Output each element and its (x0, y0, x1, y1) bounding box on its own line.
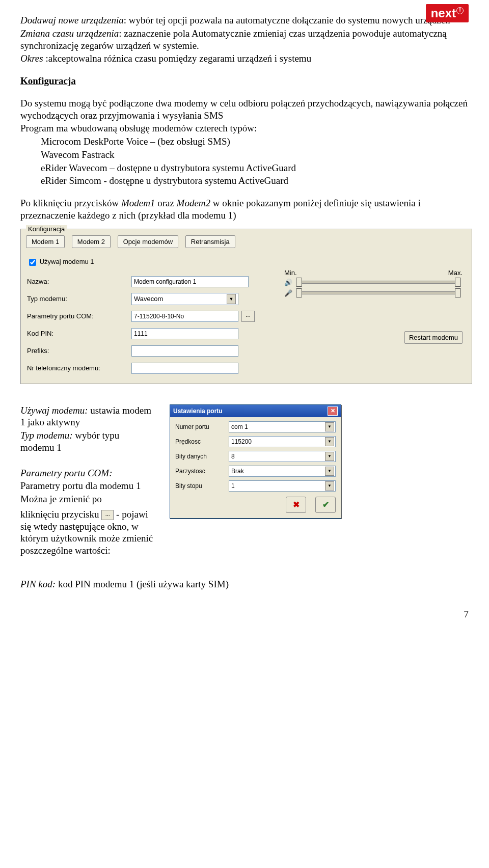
label-pin: Kod PIN: (27, 330, 131, 337)
speaker-slider[interactable] (296, 281, 460, 284)
select-parity[interactable]: Brak ▼ (229, 466, 336, 477)
label-databits: Bity danych (175, 453, 229, 460)
list-item-1: Microcom DeskPorte Voice – (bez obsługi … (20, 135, 469, 148)
speaker-icon: 🔊 (284, 279, 294, 286)
inline-dots-button[interactable]: ... (101, 510, 114, 520)
label-com: Parametry portu COM: (27, 312, 131, 320)
desc-com-params-2: Można je zmienić po (20, 493, 155, 505)
tab-bar: Modem 1 Modem 2 Opcje modemów Retransmis… (21, 229, 472, 248)
label-name: Nazwa: (27, 278, 131, 285)
chevron-down-icon: ▼ (325, 437, 334, 446)
select-stopbits[interactable]: 1 ▼ (229, 480, 336, 492)
cancel-button[interactable]: ✖ (286, 497, 306, 513)
restart-modem-button[interactable]: Restart modemu (404, 331, 463, 344)
tab-modem1[interactable]: Modem 1 (26, 235, 65, 248)
input-pin[interactable] (131, 328, 238, 339)
brand-logo: next! (426, 4, 469, 22)
select-baud[interactable]: 115200 ▼ (229, 436, 336, 447)
list-item-3: eRider Wavecom – dostępne u dystrybutora… (20, 162, 469, 174)
label-tel: Nr telefoniczny modemu: (27, 364, 131, 372)
select-type[interactable]: Wavecom ▼ (131, 293, 238, 305)
tab-retransmission[interactable]: Retransmisja (185, 235, 235, 248)
use-modem-label: Używaj modemu 1 (40, 258, 94, 265)
label-parity: Parzystosc (175, 468, 229, 475)
term-modem1: Modem1 (121, 198, 155, 208)
input-prefix[interactable] (131, 345, 238, 357)
desc-period: :akceptowalna różnica czasu pomiędzy zeg… (45, 53, 311, 64)
mic-slider-min-thumb[interactable] (296, 288, 302, 297)
paragraph-period: Okres :akceptowalna różnica czasu pomięd… (20, 52, 469, 65)
chevron-down-icon: ▼ (227, 294, 236, 304)
select-type-value: Wavecom (134, 295, 163, 303)
term-time-change: Zmiana czasu urządzenia (20, 28, 119, 39)
heading-konfiguracja: Konfiguracja (20, 75, 469, 87)
tab-modem2[interactable]: Modem 2 (72, 235, 111, 248)
dialog-titlebar: Ustawienia portu ✕ (170, 405, 341, 417)
label-port-number: Numer portu (175, 423, 229, 430)
paragraph-pin: PIN kod: kod PIN modemu 1 (jeśli używa k… (20, 578, 469, 590)
input-com[interactable] (131, 311, 238, 322)
desc-pin-code: kod PIN modemu 1 (jeśli używa karty SIM) (56, 579, 229, 589)
mic-slider-max-thumb[interactable] (455, 288, 461, 297)
paragraph-add-devices: Dodawaj nowe urządzenia: wybór tej opcji… (20, 14, 469, 26)
term-add-devices: Dodawaj nowe urządzenia (20, 15, 124, 25)
label-min: Min. (284, 269, 297, 277)
list-item-4: eRider Simcom - dostępne u dystrybutora … (20, 175, 469, 187)
desc-com-params-3: kliknięciu przycisku ... - pojawi się wt… (20, 508, 155, 557)
mic-icon: 🎤 (284, 289, 294, 297)
label-type: Typ modemu: (27, 295, 131, 303)
port-settings-dialog: Ustawienia portu ✕ Numer portu com 1 ▼ P… (170, 404, 341, 519)
close-icon[interactable]: ✕ (328, 406, 338, 416)
speaker-slider-min-thumb[interactable] (296, 278, 302, 287)
label-baud: Prędkosc (175, 438, 229, 445)
com-browse-button[interactable]: ... (241, 311, 255, 322)
input-tel[interactable] (131, 363, 238, 374)
term-modem-type: Typ modemu: (20, 430, 75, 441)
ok-button[interactable]: ✔ (315, 497, 336, 513)
list-item-2: Wavecom Fastrack (20, 149, 469, 161)
groupbox-title: Konfiguracja (26, 225, 67, 233)
dialog-title: Ustawienia portu (173, 408, 223, 415)
select-port-number[interactable]: com 1 ▼ (229, 421, 336, 432)
speaker-slider-max-thumb[interactable] (455, 278, 461, 287)
term-period: Okres (20, 53, 45, 64)
chevron-down-icon: ▼ (325, 481, 334, 491)
term-com-params: Parametry portu COM: (20, 468, 112, 478)
logo-text: next (431, 6, 456, 20)
config-panel: Konfiguracja Modem 1 Modem 2 Opcje modem… (20, 229, 472, 384)
desc-com-params-1: Parametry portu dla modemu 1 (20, 480, 155, 492)
paragraph-modems-intro: Do systemu mogą być podłączone dwa modem… (20, 97, 469, 122)
use-modem-row: Używaj modemu 1 (27, 257, 466, 267)
chevron-down-icon: ▼ (325, 422, 334, 431)
input-name[interactable] (131, 276, 249, 287)
label-stopbits: Bity stopu (175, 482, 229, 490)
paragraph-time-change: Zmiana czasu urządzenia: zaznaczenie pol… (20, 28, 469, 52)
tab-modem-options[interactable]: Opcje modemów (118, 235, 179, 248)
mic-slider-row: 🎤 (284, 289, 463, 297)
label-prefix: Prefiks: (27, 347, 131, 355)
term-use-modem: Używaj modemu: (20, 405, 90, 416)
select-databits[interactable]: 8 ▼ (229, 451, 336, 462)
page-number: 7 (20, 609, 469, 620)
mic-slider[interactable] (296, 291, 460, 294)
term-modem2: Modem2 (177, 198, 210, 208)
logo-mark: ! (456, 7, 464, 14)
speaker-slider-row: 🔊 (284, 279, 463, 286)
paragraph-modem-types: Program ma wbudowaną obsługę modemów czt… (20, 122, 469, 134)
label-max: Max. (448, 269, 463, 277)
use-modem-checkbox[interactable] (29, 259, 36, 266)
volume-sliders: Min. Max. 🔊 🎤 (284, 269, 463, 300)
desc-add-devices: : wybór tej opcji pozwala na automatyczn… (124, 15, 450, 25)
chevron-down-icon: ▼ (325, 467, 334, 476)
paragraph-click-buttons: Po kliknięciu przycisków Modem1 oraz Mod… (20, 197, 469, 222)
chevron-down-icon: ▼ (325, 452, 334, 461)
settings-descriptions: Używaj modemu: ustawia modem 1 jako akty… (20, 404, 155, 558)
term-pin-code: PIN kod: (20, 579, 56, 589)
